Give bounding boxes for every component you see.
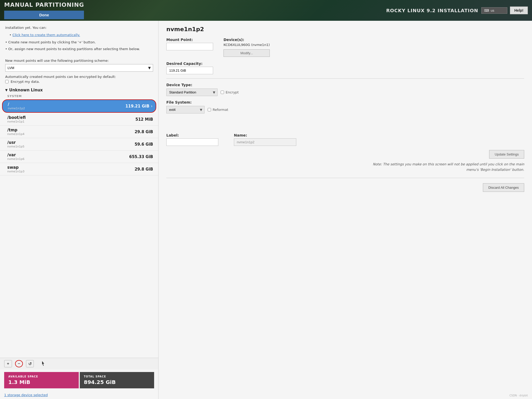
partition-size: 512 MiB [135, 117, 153, 122]
partition-item-bootefi[interactable]: /boot/efi nvme1n1p1 512 MiB [0, 113, 158, 126]
unknown-linux-section: ▼ Unknown Linux [0, 86, 158, 94]
partition-info: /boot/efi nvme1n1p1 [7, 115, 26, 123]
bullet1-text: • Create new mount points by clicking th… [5, 39, 153, 45]
partition-item-tmp[interactable]: /tmp nvme1n1p4 29.8 GiB [0, 126, 158, 138]
encrypt-checkbox[interactable] [5, 80, 9, 83]
main-content: installation yet. You can: • Click here … [0, 21, 532, 399]
update-btn-row: Update Settings [166, 150, 524, 159]
add-partition-button[interactable]: + [4, 360, 12, 367]
mount-point-input[interactable] [166, 43, 213, 50]
encrypt-section: Automatically created mount points can b… [0, 75, 158, 86]
partition-info: /var nvme1n1p6 [7, 153, 24, 161]
auto-create-link[interactable]: Click here to create them automatically. [12, 33, 80, 37]
scheme-section: New mount points will use the following … [0, 59, 158, 75]
partition-mount: /var [7, 153, 24, 157]
intro-section: installation yet. You can: • Click here … [0, 21, 158, 59]
available-space-box: AVAILABLE SPACE 1.3 MiB [4, 372, 79, 388]
svg-marker-0 [42, 361, 44, 366]
filesystem-dropdown-icon: ▼ [198, 108, 204, 112]
encrypt-row: Encrypt my data. [5, 80, 153, 84]
partition-mount: swap [7, 165, 24, 170]
scheme-dropdown-icon: ▼ [148, 66, 151, 70]
partition-device: nvme1n1p4 [7, 132, 24, 136]
partition-item-swap[interactable]: swap nvme1n1p3 29.8 GiB [0, 163, 158, 175]
reformat-checkbox[interactable] [208, 108, 211, 111]
header: MANUAL PARTITIONING Done ROCKY LINUX 9.2… [0, 0, 532, 21]
name-group: Name: [234, 133, 296, 146]
rocky-title: ROCKY LINUX 9.2 INSTALLATION [386, 8, 478, 13]
devices-value: KCD6XLUL960G (nvme1n1) [224, 43, 270, 47]
partition-device: nvme1n1p5 [7, 145, 24, 148]
partition-size: 655.33 GiB [129, 154, 153, 159]
filesystem-label: File System: [166, 100, 228, 104]
device-type-select[interactable]: Standard Partition LVM RAID [167, 89, 211, 96]
filesystem-section: File System: ext4 xfs btrfs swap ▼ Refo [166, 100, 524, 113]
left-panel: installation yet. You can: • Click here … [0, 21, 159, 399]
partition-arrow-icon: › [151, 104, 153, 109]
partition-mount: /usr [7, 140, 24, 145]
help-button[interactable]: Help! [510, 6, 528, 14]
partition-info: swap nvme1n1p3 [7, 165, 24, 173]
label-field-label: Label: [166, 133, 218, 137]
partition-size: 29.8 GiB [135, 167, 153, 172]
section-heading-label: Unknown Linux [9, 88, 43, 92]
device-type-group: Device Type: Standard Partition LVM RAID… [166, 83, 239, 96]
available-value: 1.3 MiB [8, 379, 75, 385]
discard-changes-button[interactable]: Discard All Changes [483, 183, 524, 192]
spacer [166, 118, 524, 133]
desired-capacity-label: Desired Capacity: [166, 62, 524, 66]
keyboard-icon: ⌨ [484, 9, 489, 12]
done-button[interactable]: Done [4, 11, 84, 19]
label-group: Label: [166, 133, 218, 146]
update-settings-button[interactable]: Update Settings [489, 150, 524, 159]
partition-mount: /tmp [7, 128, 24, 132]
mount-devices-row: Mount Point: Device(s): KCD6XLUL960G (nv… [166, 38, 524, 57]
desired-capacity-group: Desired Capacity: [166, 62, 524, 74]
filesystem-select[interactable]: ext4 xfs btrfs swap [167, 106, 198, 113]
storage-link-row: 1 storage device selected [0, 391, 158, 399]
device-type-select-row: Standard Partition LVM RAID ▼ Encrypt [166, 89, 239, 96]
device-type-section: Device Type: Standard Partition LVM RAID… [166, 83, 524, 96]
bottom-bar: Discard All Changes [166, 178, 524, 192]
partition-item-var[interactable]: /var nvme1n1p6 655.33 GiB [0, 151, 158, 163]
system-label: SYSTEM [0, 94, 158, 99]
partition-device: nvme1n1p2 [8, 107, 25, 110]
expand-icon: ▼ [5, 88, 8, 92]
right-panel: nvme1n1p2 Mount Point: Device(s): KCD6XL… [159, 21, 532, 399]
partition-device: nvme1n1p1 [7, 120, 26, 123]
remove-partition-button[interactable]: − [15, 360, 23, 367]
partition-item-usr[interactable]: /usr nvme1n1p5 59.6 GiB [0, 138, 158, 151]
mount-point-label: Mount Point: [166, 38, 213, 42]
partition-mount: /boot/efi [7, 115, 26, 120]
encrypt-device-checkbox[interactable] [221, 91, 224, 94]
filesystem-select-wrapper: ext4 xfs btrfs swap ▼ [166, 106, 205, 113]
device-type-dropdown-icon: ▼ [211, 91, 217, 94]
partition-size: 29.8 GiB [135, 130, 153, 134]
storage-device-link[interactable]: 1 storage device selected [4, 393, 48, 397]
partition-size: 119.21 GiB [126, 104, 149, 109]
keyboard-button[interactable]: ⌨ us [481, 7, 507, 14]
note-text: Note: The settings you make on this scre… [368, 162, 524, 173]
label-input[interactable] [166, 138, 218, 146]
cursor-pointer [42, 361, 46, 367]
devices-group: Device(s): KCD6XLUL960G (nvme1n1) Modify… [224, 38, 270, 57]
filesystem-select-row: ext4 xfs btrfs swap ▼ Reformat [166, 106, 228, 113]
divider1 [166, 78, 524, 79]
name-field-label: Name: [234, 133, 296, 137]
refresh-button[interactable]: ↺ [26, 360, 34, 367]
scheme-select[interactable]: LVM Standard Partition Btrfs [8, 65, 148, 71]
partition-size: 59.6 GiB [135, 142, 153, 147]
devices-label: Device(s): [224, 38, 270, 42]
total-label: TOTAL SPACE [84, 375, 150, 378]
modify-button[interactable]: Modify... [224, 49, 270, 57]
encrypt-label: Encrypt my data. [11, 80, 40, 84]
label-name-row: Label: Name: [166, 133, 524, 146]
partition-item-root[interactable]: / nvme1n1p2 119.21 GiB › [2, 99, 156, 113]
reformat-checkbox-row: Reformat [208, 108, 228, 112]
partition-detail-title: nvme1n1p2 [166, 26, 524, 32]
desired-capacity-input[interactable] [166, 67, 213, 74]
available-label: AVAILABLE SPACE [8, 375, 75, 378]
name-input[interactable] [234, 138, 296, 146]
scheme-label: New mount points will use the following … [5, 59, 153, 63]
partition-mount: / [8, 102, 25, 107]
